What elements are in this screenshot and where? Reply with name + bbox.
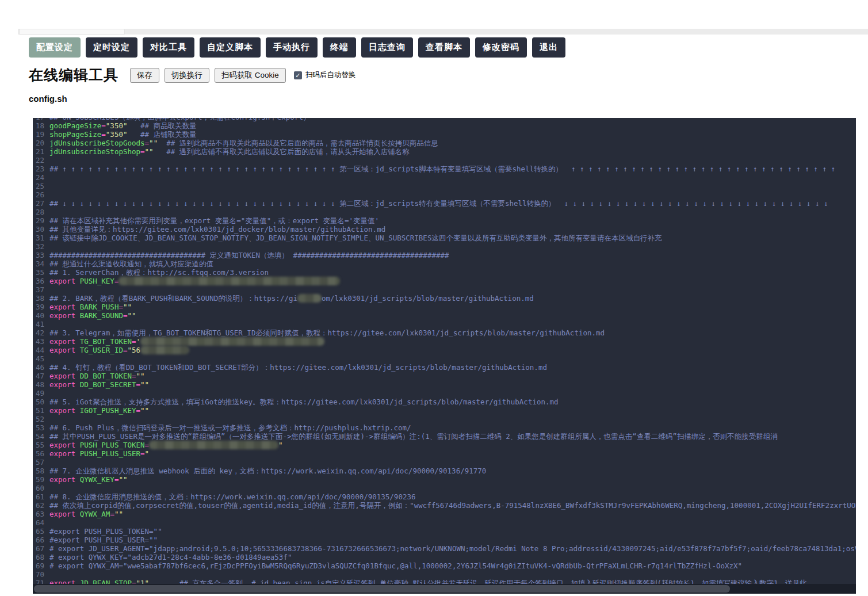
line-code: ## 该链接中除JD_COOKIE、JD_BEAN_SIGN_STOP_NOTI…	[49, 234, 661, 242]
nav-terminal-button[interactable]: 终端	[323, 37, 356, 58]
nav-custom-script-button[interactable]: 自定义脚本	[200, 37, 261, 58]
comment-token: ## 3. Telegram，如需使用，TG_BOT_TOKEN和TG_USER…	[49, 328, 605, 337]
line-number: 47	[34, 372, 44, 380]
code-line: 40export BARK_SOUND=""	[33, 311, 856, 320]
operator-token: =	[136, 406, 141, 415]
line-number: 50	[34, 398, 44, 406]
line-number: 38	[34, 294, 44, 303]
line-code: #################################### 定义通…	[49, 251, 449, 259]
string-token: "350"	[106, 130, 128, 139]
censored-value	[140, 337, 324, 346]
string-token: ""	[136, 372, 145, 380]
save-button[interactable]: 保存	[130, 68, 159, 83]
line-code: ## 7. 企业微信机器人消息推送 webhook 后面的 key，文档：htt…	[49, 467, 486, 475]
code-line: 42## 3. Telegram，如需使用，TG_BOT_TOKEN和TG_US…	[33, 328, 856, 337]
line-number: 67	[34, 544, 44, 553]
line-number: 21	[34, 147, 44, 156]
line-number: 54	[34, 432, 44, 441]
line-code: export DD_BOT_TOKEN=""	[49, 372, 145, 380]
code-line: 18goodPageSize="350" ## 商品取关数量	[33, 121, 856, 130]
nav-schedule-button[interactable]: 定时设定	[86, 37, 137, 58]
line-number: 46	[34, 363, 44, 372]
top-scroll-thumb[interactable]	[19, 29, 125, 35]
nav-config-button[interactable]: 配置设定	[29, 37, 81, 58]
code-line: 23## ↑ ↑ ↑ ↑ ↑ ↑ ↑ ↑ ↑ ↑ ↑ ↑ ↑ ↑ ↑ ↑ ↑ ↑…	[33, 165, 856, 173]
comment-token: #export PUSH_PLUS_TOKEN=""	[49, 527, 162, 536]
comment-token: ## ↑ ↑ ↑ ↑ ↑ ↑ ↑ ↑ ↑ ↑ ↑ ↑ ↑ ↑ ↑ ↑ ↑ ↑ ↑…	[49, 165, 835, 173]
code-line: 44export TG_USER_ID="56	[33, 346, 856, 354]
code-line: 57	[33, 458, 856, 467]
line-number: 41	[34, 320, 44, 328]
line-number: 69	[34, 561, 44, 570]
line-number: 61	[34, 492, 44, 501]
variable-token: jdUnsubscribeStopGoods	[49, 139, 145, 147]
code-line: 48export DD_BOT_SECRET=""	[33, 380, 856, 389]
line-number: 64	[34, 518, 44, 527]
comment-token: # export QYWX_AM="wwe5abaf787bf6cec6,rEj…	[49, 561, 742, 570]
line-number: 35	[34, 268, 44, 277]
code-line: 34## 想通过什么渠道收取通知，就填入对应渠道的值	[33, 259, 856, 268]
string-token: ""	[145, 147, 154, 156]
keyword-token: export	[49, 346, 80, 354]
code-line: 63export QYWX_AM=""	[33, 510, 856, 518]
keyword-token: export	[49, 475, 80, 484]
auto-replace-checkbox[interactable]: ✓	[294, 71, 302, 79]
code-line: 54## 其中PUSH_PLUS_USER是一对多推送的“群组编码”（一对多推送…	[33, 432, 856, 441]
code-line: 56export PUSH_PLUS_USER="	[33, 449, 856, 458]
nav-compare-button[interactable]: 对比工具	[143, 37, 194, 58]
line-number: 28	[34, 208, 44, 216]
code-line: 36export PUSH_KEY=	[33, 277, 856, 285]
line-code: export PUSH_KEY=	[49, 277, 340, 285]
string-token: ""	[123, 303, 132, 311]
censored-value	[297, 294, 322, 303]
line-code: #export PUSH_PLUS_USER=""	[49, 536, 158, 544]
string-token: ""	[114, 510, 123, 518]
line-number: 58	[34, 467, 44, 475]
code-line: 65#export PUSH_PLUS_TOKEN=""	[33, 527, 856, 536]
line-number: 62	[34, 501, 44, 510]
nav-logout-button[interactable]: 退出	[532, 37, 565, 58]
toggle-wrap-button[interactable]: 切换换行	[165, 68, 209, 83]
line-code: # export QYWX_AM="wwe5abaf787bf6cec6,rEj…	[49, 561, 742, 570]
nav-change-password-button[interactable]: 修改密码	[475, 37, 527, 58]
line-number: 57	[34, 458, 44, 467]
operator-token: =	[118, 303, 123, 311]
keyword-token: export	[49, 380, 80, 389]
variable-token: jdUnsubscribeStopShop	[49, 147, 140, 156]
nav-logs-button[interactable]: 日志查询	[361, 37, 413, 58]
line-number: 43	[34, 337, 44, 346]
code-line: 43export TG_BOT_TOKEN='	[33, 337, 856, 346]
variable-token: QYWX_KEY	[80, 475, 114, 484]
code-line: 69# export QYWX_AM="wwe5abaf787bf6cec6,r…	[33, 561, 856, 570]
comment-token: ## 遇到此店铺不再取关此店铺以及它后面的店铺，请从头开始输入店铺名称	[154, 147, 410, 156]
string-token: "350"	[106, 121, 128, 130]
comment-token: ## 店铺取关数量	[127, 130, 196, 139]
code-line: 59export QYWX_KEY=""	[33, 475, 856, 484]
variable-token: goodPageSize	[49, 121, 101, 130]
line-code: export BARK_PUSH=""	[49, 303, 132, 311]
main-nav: 配置设定定时设定对比工具自定义脚本手动执行终端日志查询查看脚本修改密码退出	[29, 37, 565, 58]
variable-token: TG_BOT_TOKEN	[80, 337, 132, 346]
operator-token: =	[140, 449, 145, 458]
keyword-token: export	[49, 441, 80, 449]
keyword-token: export	[49, 337, 80, 346]
scan-cookie-button[interactable]: 扫码获取 Cookie	[215, 68, 286, 83]
variable-token: QYWX_AM	[80, 510, 110, 518]
code-line: 28	[33, 208, 856, 216]
nav-manual-run-button[interactable]: 手动执行	[266, 37, 318, 58]
code-line: 39export BARK_PUSH=""	[33, 303, 856, 311]
line-code: ## ↓ ↓ ↓ ↓ ↓ ↓ ↓ ↓ ↓ ↓ ↓ ↓ ↓ ↓ ↓ ↓ ↓ ↓ ↓…	[49, 199, 828, 208]
nav-view-script-button[interactable]: 查看脚本	[418, 37, 470, 58]
operator-token: =	[114, 277, 119, 285]
editor-hscrollbar-thumb[interactable]	[34, 585, 730, 593]
code-line: 32	[33, 242, 856, 251]
string-token: ""	[118, 475, 127, 484]
line-number: 70	[34, 570, 44, 579]
comment-token: #################################### 定义通…	[49, 251, 449, 259]
line-number: 40	[34, 311, 44, 320]
line-number: 19	[34, 130, 44, 139]
line-number: 56	[34, 449, 44, 458]
code-line: 26	[33, 190, 856, 199]
editor-hscrollbar	[33, 584, 856, 594]
code-editor[interactable]: 17## UN_SUBSCRIBES（选填，由脚本去export，无需在conf…	[33, 118, 856, 594]
